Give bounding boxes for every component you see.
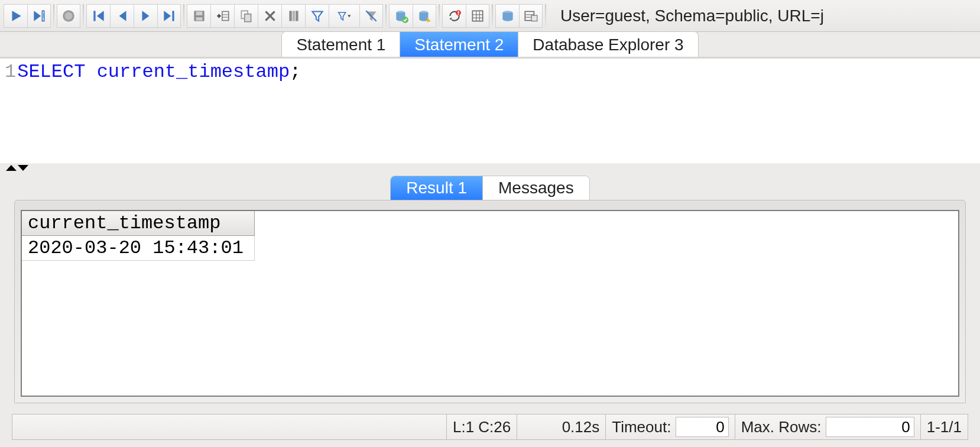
next-record-button[interactable]	[134, 4, 157, 28]
sql-identifier: current_timestamp	[85, 61, 290, 83]
svg-rect-14	[289, 11, 291, 21]
toolbar-separator	[83, 4, 84, 28]
svg-rect-9	[222, 11, 228, 20]
last-record-button[interactable]	[157, 4, 181, 28]
stop-button[interactable]	[57, 4, 80, 28]
svg-point-3	[65, 12, 73, 20]
statement-tabs-row: Statement 1 Statement 2 Database Explore…	[0, 32, 980, 58]
play-icon	[8, 8, 24, 24]
commit-button[interactable]	[389, 4, 413, 28]
duplicate-row-button[interactable]	[234, 4, 258, 28]
line-number: 1	[5, 61, 17, 161]
filter-button[interactable]	[305, 4, 329, 28]
cursor-position: L:1 C:26	[446, 414, 517, 439]
svg-rect-23	[472, 11, 482, 21]
sql-editor[interactable]: 1 SELECT current_timestamp;	[0, 58, 980, 163]
svg-rect-5	[172, 11, 174, 21]
expand-up-icon	[6, 165, 17, 171]
refresh-icon	[447, 8, 462, 24]
funnel-dropdown-icon	[337, 8, 352, 24]
tab-result-1[interactable]: Result 1	[391, 176, 483, 200]
svg-point-18	[402, 17, 408, 23]
svg-text:I: I	[43, 12, 45, 19]
timeout-input[interactable]	[676, 417, 729, 437]
table-header-row: current_timestamp	[22, 211, 254, 236]
stop-icon	[61, 8, 76, 24]
svg-rect-8	[196, 17, 202, 20]
first-icon	[91, 8, 106, 24]
result-panel: current_timestamp 2020-03-20 15:43:01	[14, 200, 966, 403]
clear-filter-button[interactable]	[359, 4, 383, 28]
toolbar-separator	[439, 4, 440, 28]
delete-icon	[262, 8, 278, 24]
sql-punct: ;	[290, 61, 301, 83]
refresh-button[interactable]	[442, 4, 466, 28]
svg-rect-21	[457, 11, 459, 12]
max-rows-input[interactable]	[826, 417, 914, 437]
toolbar-separator	[545, 4, 546, 28]
max-rows-wrapper: Max. Rows:	[735, 414, 920, 439]
status-bar: L:1 C:26 0.12s Timeout: Max. Rows: 1-1/1	[12, 414, 968, 440]
elapsed-time: 0.12s	[517, 414, 605, 439]
toolbar-separator	[492, 4, 493, 28]
svg-rect-13	[244, 14, 251, 21]
last-icon	[161, 8, 177, 24]
column-header[interactable]: current_timestamp	[22, 211, 254, 236]
split-handle[interactable]	[0, 163, 980, 173]
filter-dropdown-button[interactable]	[329, 4, 359, 28]
expand-down-icon	[18, 165, 28, 171]
result-tabs-row: Result 1 Messages	[0, 173, 980, 200]
db-rollback-icon	[417, 8, 432, 24]
save-button[interactable]	[187, 4, 210, 28]
timeout-wrapper: Timeout:	[605, 414, 734, 439]
db-commit-icon	[394, 8, 409, 24]
rows-range: 1-1/1	[920, 414, 968, 439]
prev-icon	[115, 8, 130, 24]
prev-record-button[interactable]	[110, 4, 134, 28]
status-empty	[12, 414, 446, 439]
next-icon	[138, 8, 154, 24]
toolbar: I	[0, 0, 980, 32]
toolbar-separator	[183, 4, 184, 28]
tab-statement-1[interactable]: Statement 1	[282, 32, 400, 57]
table-view-icon	[523, 8, 538, 24]
tab-database-explorer-3[interactable]: Database Explorer 3	[518, 32, 697, 57]
insert-row-button[interactable]	[210, 4, 234, 28]
max-rows-label: Max. Rows:	[741, 418, 822, 436]
clear-filter-icon	[364, 8, 379, 24]
db-browser-button[interactable]	[495, 4, 519, 28]
run-to-cursor-button[interactable]: I	[27, 4, 51, 28]
result-grid[interactable]: current_timestamp 2020-03-20 15:43:01	[21, 210, 959, 397]
svg-rect-32	[531, 15, 537, 21]
columns-icon	[286, 8, 301, 24]
delete-row-button[interactable]	[258, 4, 281, 28]
rollback-button[interactable]	[413, 4, 436, 28]
grid-icon	[470, 8, 485, 24]
table-row[interactable]: 2020-03-20 15:43:01	[22, 236, 254, 261]
first-record-button[interactable]	[86, 4, 110, 28]
grid-options-button[interactable]	[466, 4, 489, 28]
sql-keyword: SELECT	[17, 61, 85, 83]
insert-row-icon	[215, 8, 231, 24]
save-icon	[192, 8, 207, 24]
toolbar-separator	[385, 4, 387, 28]
sql-code: SELECT current_timestamp;	[17, 61, 301, 161]
tab-messages[interactable]: Messages	[483, 176, 589, 200]
connection-status: User=guest, Schema=public, URL=j	[560, 7, 976, 25]
play-cursor-icon: I	[31, 8, 47, 24]
run-button[interactable]	[4, 4, 27, 28]
svg-rect-7	[196, 11, 202, 15]
timeout-label: Timeout:	[612, 418, 671, 436]
svg-rect-4	[93, 11, 95, 21]
tab-statement-2[interactable]: Statement 2	[400, 32, 518, 57]
svg-rect-22	[457, 14, 459, 15]
table-view-button[interactable]	[519, 4, 543, 28]
toolbar-separator	[53, 4, 54, 28]
table-cell[interactable]: 2020-03-20 15:43:01	[22, 236, 254, 261]
svg-rect-16	[296, 11, 298, 21]
columns-button[interactable]	[281, 4, 305, 28]
db-icon	[500, 8, 515, 24]
svg-rect-15	[292, 11, 294, 21]
funnel-icon	[310, 8, 325, 24]
duplicate-row-icon	[239, 8, 254, 24]
